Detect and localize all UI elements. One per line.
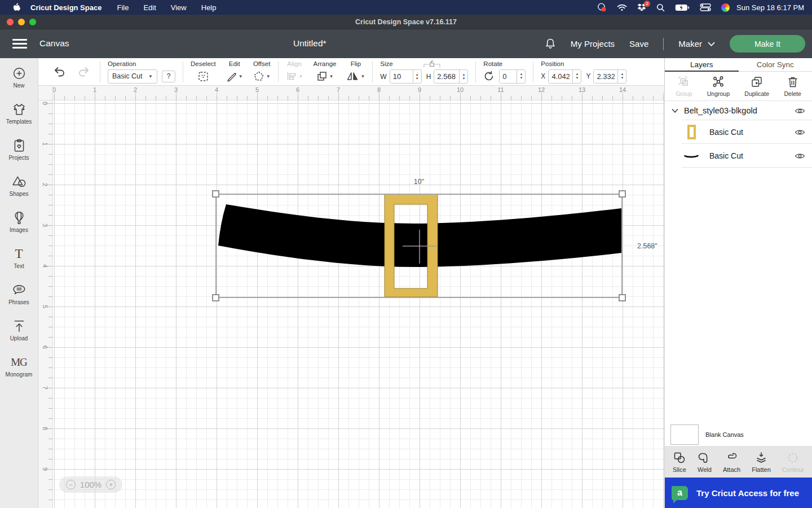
menu-view[interactable]: View	[171, 3, 187, 12]
position-y-field[interactable]	[594, 70, 617, 83]
sidebar-item-shapes[interactable]: Shapes	[0, 174, 38, 197]
machine-select[interactable]: Maker	[678, 39, 715, 49]
weld-button[interactable]: Weld	[698, 451, 712, 473]
offset-button[interactable]: Offset ▼	[253, 61, 271, 82]
sidebar-item-label: Text	[14, 263, 24, 269]
contour-button: Contour	[782, 451, 804, 473]
sidebar-item-images[interactable]: Images	[0, 211, 38, 233]
position-x-stepper[interactable]: ▲▼	[572, 70, 581, 83]
zoom-window-button[interactable]	[29, 19, 36, 25]
rotate-field[interactable]	[500, 70, 517, 83]
height-stepper[interactable]: ▲▼	[459, 70, 467, 83]
apple-icon[interactable]	[8, 3, 25, 12]
slice-button[interactable]: Slice	[673, 451, 686, 473]
ungroup-button[interactable]: Ungroup	[707, 75, 730, 97]
blank-canvas-swatch[interactable]	[670, 424, 699, 445]
layer-group-row[interactable]: Belt_style03-blkgold	[665, 101, 812, 120]
sidebar-item-new[interactable]: New	[0, 66, 38, 89]
sidebar-item-phrases[interactable]: Phrases	[0, 283, 38, 305]
deselect-button[interactable]: Deselect	[191, 61, 216, 82]
position-x-field[interactable]	[549, 70, 572, 83]
offset-pentagon-icon	[253, 71, 264, 82]
selection-handle-top-right[interactable]	[619, 190, 626, 198]
selection-handle-bottom-right[interactable]	[619, 294, 626, 301]
sidebar-item-upload[interactable]: Upload	[0, 319, 38, 341]
visibility-eye-icon[interactable]	[795, 107, 805, 115]
menu-help[interactable]: Help	[201, 3, 217, 12]
height-input[interactable]: ▲▼	[434, 69, 468, 84]
dropbox-badge: 2	[644, 1, 650, 7]
width-label: W	[380, 73, 386, 81]
selection-handle-top-left[interactable]	[212, 190, 219, 198]
rotate-input[interactable]: ▲▼	[499, 69, 526, 84]
window-title: Cricut Design Space v7.16.117	[355, 18, 457, 26]
flip-button[interactable]: Flip ▼	[346, 61, 365, 82]
position-y-stepper[interactable]: ▲▼	[617, 70, 626, 83]
operation-help-button[interactable]: ?	[162, 71, 175, 82]
flatten-button[interactable]: Flatten	[752, 451, 771, 473]
belt-layer-thumbnail	[683, 153, 699, 159]
blank-canvas-row[interactable]: Blank Canvas	[665, 423, 812, 446]
flatten-icon	[754, 451, 768, 465]
duplicate-icon	[750, 75, 764, 89]
belt-artwork[interactable]	[53, 100, 664, 508]
undo-button[interactable]	[53, 66, 67, 77]
width-stepper[interactable]: ▲▼	[413, 70, 421, 83]
rotate-icon[interactable]	[483, 71, 495, 82]
menu-file[interactable]: File	[117, 3, 129, 12]
weld-label: Weld	[698, 466, 712, 473]
visibility-eye-icon[interactable]	[795, 129, 805, 136]
size-lock-icon[interactable]	[423, 60, 440, 67]
cricut-access-banner[interactable]: a Try Cricut Access for free	[665, 478, 812, 508]
dropbox-icon[interactable]: 2	[637, 3, 646, 11]
selection-box[interactable]: 10" 2.568"	[215, 194, 623, 298]
redo-button[interactable]	[77, 66, 90, 77]
edit-button[interactable]: Edit ▼	[226, 61, 243, 82]
save-link[interactable]: Save	[629, 39, 648, 49]
canvas-grid[interactable]: 10" 2.568" − 100% +	[53, 100, 664, 508]
arrange-button[interactable]: Arrange ▼	[314, 61, 337, 82]
selection-handle-bottom-left[interactable]	[212, 294, 219, 301]
height-field[interactable]	[434, 70, 459, 83]
layer-row-belt[interactable]: Basic Cut	[665, 144, 812, 168]
tab-layers[interactable]: Layers	[665, 58, 739, 72]
width-input[interactable]: ▲▼	[390, 69, 422, 84]
document-title[interactable]: Untitled*	[293, 38, 326, 49]
close-window-button[interactable]	[7, 19, 14, 25]
spotlight-search-icon[interactable]	[656, 3, 665, 12]
duplicate-button[interactable]: Duplicate	[744, 75, 769, 97]
ungroup-icon	[712, 75, 725, 89]
minimize-window-button[interactable]	[18, 19, 25, 25]
delete-label: Delete	[784, 90, 801, 97]
hamburger-menu-icon[interactable]	[12, 39, 27, 49]
attach-button[interactable]: Attach	[723, 451, 740, 473]
photos-pinwheel-icon[interactable]	[721, 3, 730, 12]
menubar-clock[interactable]: Sun Sep 18 6:17 PM	[736, 3, 804, 12]
battery-icon[interactable]	[675, 4, 690, 11]
menu-edit[interactable]: Edit	[143, 3, 156, 12]
h-ruler-number: 4	[211, 86, 222, 93]
sidebar-item-monogram[interactable]: MG Monogram	[0, 355, 38, 378]
layer-row-buckle[interactable]: Basic Cut	[665, 120, 812, 144]
make-it-button[interactable]: Make It	[730, 35, 805, 52]
position-y-input[interactable]: ▲▼	[593, 69, 626, 84]
rotate-stepper[interactable]: ▲▼	[517, 70, 525, 83]
my-projects-link[interactable]: My Projects	[571, 39, 615, 49]
width-field[interactable]	[390, 70, 413, 83]
position-x-input[interactable]: ▲▼	[548, 69, 581, 84]
v-ruler-number: 0	[39, 100, 48, 108]
delete-button[interactable]: Delete	[784, 75, 801, 97]
wifi-icon[interactable]	[617, 4, 627, 11]
zoom-in-button[interactable]: +	[106, 480, 116, 489]
control-center-icon[interactable]	[700, 3, 711, 11]
tab-color-sync[interactable]: Color Sync	[739, 58, 812, 72]
sidebar-item-projects[interactable]: Projects	[0, 138, 38, 161]
sidebar-item-templates[interactable]: Templates	[0, 102, 38, 125]
sidebar-item-text[interactable]: T Text	[0, 247, 38, 269]
menubar-app-name[interactable]: Cricut Design Space	[30, 3, 102, 12]
notifications-bell-icon[interactable]	[545, 38, 556, 50]
screen-recording-icon[interactable]	[597, 3, 607, 12]
visibility-eye-icon[interactable]	[795, 152, 805, 160]
zoom-out-button[interactable]: −	[66, 480, 76, 489]
operation-select[interactable]: Basic Cut ▼	[108, 69, 157, 84]
